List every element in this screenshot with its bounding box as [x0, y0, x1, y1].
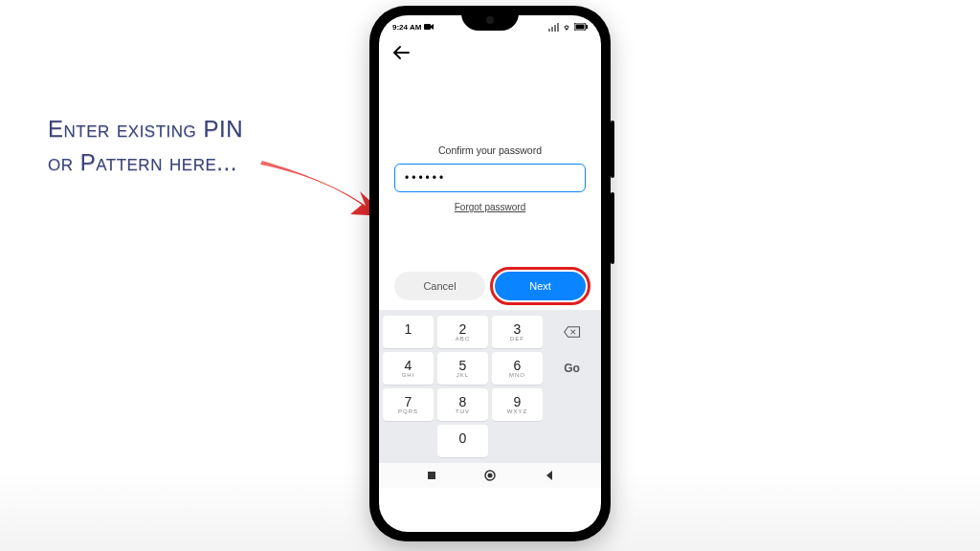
volume-button [611, 121, 614, 178]
cancel-button[interactable]: Cancel [394, 272, 485, 300]
key-blank-3 [492, 425, 543, 457]
password-input[interactable]: •••••• [394, 164, 586, 192]
nav-home[interactable] [483, 469, 497, 482]
next-button[interactable]: Next [495, 272, 586, 300]
key-9[interactable]: 9WXYZ [492, 388, 543, 421]
key-2[interactable]: 2ABC [437, 316, 488, 348]
signal-icon [548, 23, 559, 32]
key-1[interactable]: 1 [383, 316, 434, 348]
key-backspace[interactable] [546, 316, 597, 348]
svg-point-1 [566, 29, 568, 31]
svg-rect-0 [424, 24, 431, 30]
android-navbar [379, 463, 601, 488]
svg-rect-3 [576, 25, 585, 30]
key-blank-2 [383, 425, 434, 457]
key-go[interactable]: Go [546, 352, 597, 385]
forgot-password-link[interactable]: Forgot password [455, 202, 525, 212]
key-6[interactable]: 6MNO [492, 352, 543, 385]
key-4[interactable]: 4GHI [383, 352, 434, 385]
annotation-line1: Enter existing PIN [48, 113, 243, 146]
key-8[interactable]: 8TUV [437, 388, 488, 421]
password-value: •••••• [405, 171, 446, 185]
nav-recents[interactable] [425, 469, 438, 482]
numeric-keypad: 1 2ABC 3DEF 4GHI 5JKL 6MNO Go 7PQRS 8TUV… [379, 310, 601, 463]
nav-back[interactable] [543, 469, 556, 482]
svg-rect-4 [586, 25, 588, 29]
annotation-line2: or Pattern here... [48, 146, 243, 180]
key-3[interactable]: 3DEF [492, 316, 543, 348]
key-5[interactable]: 5JKL [437, 352, 488, 385]
key-7[interactable]: 7PQRS [383, 388, 434, 421]
prompt-label: Confirm your password [394, 144, 586, 156]
phone-frame: 9:24 AM Confirm your password •••••• For… [369, 6, 611, 541]
key-0[interactable]: 0 [437, 425, 488, 457]
key-blank-4 [546, 425, 597, 457]
wifi-icon [562, 23, 571, 31]
tutorial-annotation: Enter existing PIN or Pattern here... [48, 113, 243, 180]
back-button[interactable] [392, 44, 410, 64]
status-time: 9:24 AM [392, 23, 421, 32]
power-button [611, 192, 614, 264]
phone-screen: 9:24 AM Confirm your password •••••• For… [379, 15, 601, 532]
svg-rect-5 [428, 472, 435, 479]
battery-icon [574, 23, 588, 31]
svg-point-7 [488, 474, 493, 478]
key-blank-1 [546, 388, 597, 421]
camera-icon [424, 23, 434, 31]
